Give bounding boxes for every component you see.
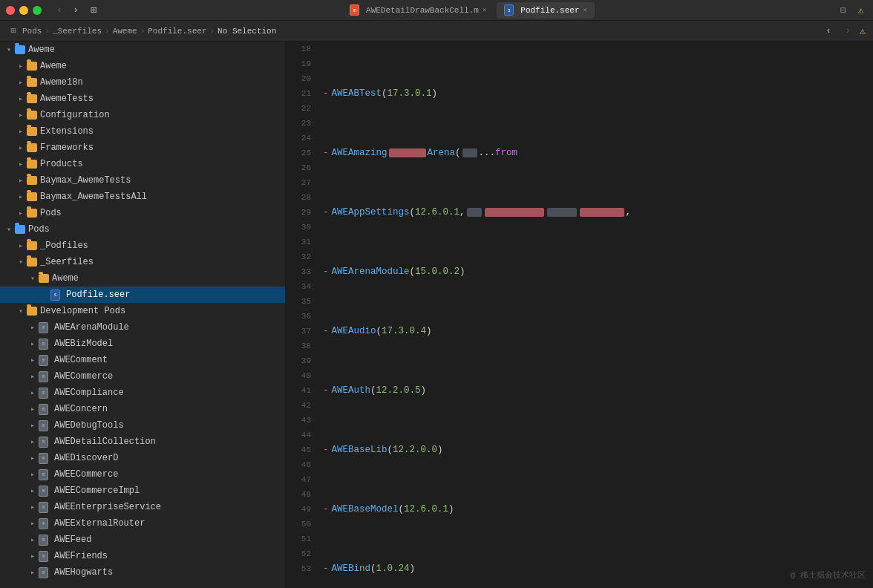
ln-42: 42 [286,398,311,413]
sidebar-item-awecompliance[interactable]: m AWECompliance [0,385,285,401]
sidebar-item-podfile-seer[interactable]: s Podfile.seer [0,287,285,303]
expand-arrow-extensions [15,125,27,137]
sidebar-item-dev-pods[interactable]: Development Pods [0,303,285,319]
sidebar-item-aweecommerceimpl[interactable]: m AWEECommerceImpl [0,483,285,499]
sidebar-label-dev-pods: Development Pods [40,306,125,316]
sidebar-item-pods-l1[interactable]: Pods [0,205,285,221]
breadcrumb-seerfiles[interactable]: _Seerfiles [53,27,102,36]
sidebar-label-frameworks: Frameworks [40,143,94,153]
folder-icon-aweme-root [15,45,25,54]
breadcrumb-aweme[interactable]: Aweme [113,27,137,36]
code-line-21: - AWEArenaModule (15.0.0.2) [323,264,873,279]
expand-arrow-awebizmodel [27,338,39,350]
tab-close-podfile[interactable]: ✕ [583,6,587,14]
split-editor-icon[interactable]: ⊟ [837,4,849,16]
sidebar-label-awecommerce: AWECommerce [54,371,113,382]
tab-awedetail[interactable]: m AWEDetailDrawBackCell.m ✕ [342,2,494,19]
tab-label-podfile: Podfile.seer [520,6,579,15]
sidebar-item-baymax[interactable]: Baymax_AwemeTests [0,172,285,189]
swift-file-icon: m [350,4,359,16]
minimize-button[interactable] [19,6,28,15]
sidebar-item-seerfiles[interactable]: _Seerfiles [0,254,285,270]
file-icon-aweecommerceimpl: m [39,486,48,497]
sidebar-label-configuration: Configuration [40,110,110,120]
sidebar-item-awehogwarts[interactable]: m AWEHogwarts [0,564,285,581]
sidebar-item-awediscoverd[interactable]: m AWEDiscoverD [0,450,285,466]
ln-21: 21 [286,86,311,101]
code-line-23: - AWEAuth (12.2.0.5) [323,383,873,398]
sidebar-item-configuration[interactable]: Configuration [0,107,285,123]
sidebar-item-awearenamodule[interactable]: m AWEArenaModule [0,319,285,336]
nav-forward-button[interactable]: › [68,3,83,18]
sidebar-label-seerfiles: _Seerfiles [40,257,94,267]
sidebar-item-awebizmodel[interactable]: m AWEBizModel [0,336,285,352]
sidebar-item-aweenterpriseservice[interactable]: m AWEEnterpriseService [0,499,285,515]
expand-arrow-aweme-sub [27,272,39,284]
grid-icon[interactable]: ⊞ [88,4,99,16]
breadcrumb-no-selection: No Selection [218,27,276,36]
sidebar-item-aweme[interactable]: Aweme [0,58,285,74]
folder-icon-extensions [27,127,37,136]
sidebar-item-aweme-sub[interactable]: Aweme [0,270,285,287]
breadcrumb-pods[interactable]: Pods [22,27,42,36]
sidebar-item-extensions[interactable]: Extensions [0,123,285,140]
sidebar-label-awedebugtools: AWEDebugTools [54,420,124,431]
ln-28: 28 [286,190,311,205]
file-icon-awefriends: m [39,551,48,562]
sidebar-item-frameworks[interactable]: Frameworks [0,140,285,156]
sidebar-item-podfiles[interactable]: _Podfiles [0,238,285,254]
sidebar-item-aweecommerce[interactable]: m AWEECommerce [0,466,285,483]
sidebar-item-products[interactable]: Products [0,156,285,172]
code-line-18: - AWEABTest (17.3.0.1) [323,86,873,101]
ln-47: 47 [286,472,311,487]
expand-arrow-aweme [15,60,27,72]
sidebar-item-aweme-root[interactable]: Aweme [0,42,285,58]
ln-32: 32 [286,249,311,264]
sidebar-item-awemetests[interactable]: AwemeTests [0,91,285,107]
warning-icon[interactable]: ⚠ [855,4,867,16]
sidebar-item-baymaxall[interactable]: Baymax_AwemeTestsAll [0,189,285,205]
traffic-lights [6,6,42,15]
sidebar-label-awemetests: AwemeTests [40,94,94,104]
sidebar-item-awedetailcollection[interactable]: m AWEDetailCollection [0,434,285,450]
ln-49: 49 [286,502,311,517]
code-line-24: - AWEBaseLib (12.2.0.0) [323,442,873,457]
breadcrumb-podfile[interactable]: Podfile.seer [148,27,206,36]
expand-arrow-frameworks [15,142,27,154]
folder-icon-aweme [27,62,37,71]
seer-file-icon-sidebar: s [50,290,60,301]
maximize-button[interactable] [33,6,42,15]
sidebar-label-awefriends: AWEFriends [54,551,108,561]
ln-39: 39 [286,353,311,368]
expand-arrow-baymaxall [15,191,27,203]
file-icon-aweconcern: m [39,404,48,415]
nav-back-button[interactable]: ‹ [52,3,67,18]
expand-arrow-awehogwarts [27,566,39,578]
ln-50: 50 [286,517,311,532]
file-icon-aweecommerce: m [39,469,48,480]
expand-arrow-aweme-root [3,44,15,56]
tab-podfile[interactable]: s Podfile.seer ✕ [497,2,595,19]
file-icon-awefeed: m [39,535,48,546]
breadcrumb-back[interactable]: ‹ [821,24,836,39]
sidebar-item-awedebugtools[interactable]: m AWEDebugTools [0,417,285,434]
sidebar-item-awecomment[interactable]: m AWEComment [0,352,285,368]
ln-45: 45 [286,442,311,457]
sidebar-label-podfiles: _Podfiles [40,241,88,251]
ln-53: 53 [286,561,311,576]
sidebar-item-aweme18n[interactable]: Aweme18n [0,74,285,91]
sidebar-item-pods-root[interactable]: Pods [0,221,285,238]
file-icon-awediscoverd: m [39,453,48,464]
sidebar-item-aweexternalrouter[interactable]: m AWEExternalRouter [0,515,285,532]
sidebar-item-aweconcern[interactable]: m AWEConcern [0,401,285,417]
sidebar-label-aweme-sub: Aweme [52,273,79,284]
sidebar-label-awecomment: AWEComment [54,355,108,365]
sidebar-label-awebizmodel: AWEBizModel [54,339,113,349]
close-button[interactable] [6,6,15,15]
ln-31: 31 [286,235,311,249]
sidebar-item-awecommerce[interactable]: m AWECommerce [0,368,285,385]
tab-close-awedetail[interactable]: ✕ [483,6,486,14]
sidebar-item-awefriends[interactable]: m AWEFriends [0,548,285,564]
sidebar-item-awefeed[interactable]: m AWEFeed [0,532,285,548]
breadcrumb-forward[interactable]: › [840,24,855,39]
